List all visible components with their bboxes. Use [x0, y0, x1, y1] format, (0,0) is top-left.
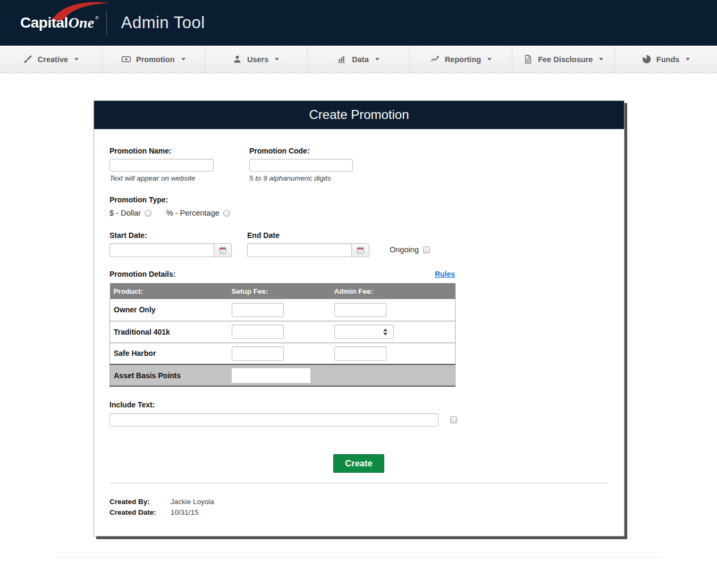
spinner-arrows-icon[interactable]	[383, 328, 387, 335]
end-date-calendar-button[interactable]	[351, 243, 369, 257]
banknote-icon	[122, 55, 131, 64]
rules-link[interactable]: Rules	[435, 270, 455, 278]
promotion-type-label: Promotion Type:	[109, 195, 608, 204]
percentage-radio[interactable]	[223, 210, 230, 217]
table-row-safe-harbor: Safe Harbor	[110, 343, 455, 364]
start-date-field-group: Start Date:	[109, 231, 232, 257]
document-icon	[524, 55, 533, 64]
promotion-code-input[interactable]	[249, 159, 353, 172]
app-title: Admin Tool	[121, 13, 205, 32]
user-icon	[233, 55, 242, 64]
spinner-down-icon[interactable]	[383, 333, 387, 335]
ongoing-checkbox[interactable]	[423, 246, 430, 253]
nav-label-data: Data	[352, 55, 368, 64]
brand-divider	[106, 10, 107, 36]
promotion-code-helper: 5 to 9 alphanumeric digits	[249, 174, 353, 182]
pie-chart-icon	[642, 55, 651, 64]
promotion-code-field-group: Promotion Code: 5 to 9 alphanumeric digi…	[249, 147, 353, 182]
spinner-up-icon[interactable]	[383, 328, 387, 331]
created-by-label: Created By:	[109, 497, 171, 507]
footer-divider	[109, 483, 608, 483]
nav-item-creative[interactable]: Creative	[0, 46, 103, 73]
include-text-label: Include Text:	[109, 400, 608, 409]
include-text-field-group: Include Text:	[109, 400, 608, 427]
promotion-details-table: Product: Setup Fee: Admin Fee: Owner Onl…	[109, 283, 455, 387]
promotion-type-option-percentage: % - Percentage	[166, 209, 230, 217]
end-date-field-group: End Date	[247, 231, 369, 257]
nav-item-reporting[interactable]: Reporting	[410, 46, 512, 73]
nav-label-fee-disclosure: Fee Disclosure	[538, 55, 593, 64]
created-date-label: Created Date:	[109, 507, 171, 518]
details-header-row: Product: Setup Fee: Admin Fee:	[110, 283, 455, 299]
nav-label-promotion: Promotion	[136, 55, 175, 64]
nav-item-fee-disclosure[interactable]: Fee Disclosure	[512, 46, 615, 73]
nav-item-promotion[interactable]: Promotion	[103, 46, 205, 73]
product-name: Asset Basis Points	[110, 364, 228, 386]
owner-only-setup-fee-input[interactable]	[232, 303, 284, 317]
include-text-input[interactable]	[109, 413, 438, 427]
owner-only-admin-fee-input[interactable]	[334, 303, 386, 317]
product-name: Traditional 401k	[110, 321, 228, 343]
chevron-down-icon	[74, 58, 79, 61]
creation-info: Created By: Jackie Loyola Created Date: …	[109, 497, 608, 518]
page-title: Create Promotion	[94, 101, 624, 129]
create-promotion-form: Promotion Name: Text will appear on webs…	[94, 129, 624, 536]
start-date-input[interactable]	[109, 243, 214, 257]
promotion-name-helper: Text will appear on website	[109, 174, 249, 182]
line-chart-icon	[431, 55, 440, 64]
product-column-header: Product:	[110, 283, 228, 299]
admin-fee-column-header: Admin Fee:	[331, 283, 455, 299]
paintbrush-icon	[23, 55, 32, 64]
include-text-checkbox[interactable]	[450, 416, 457, 423]
table-row-asset-basis-points: Asset Basis Points	[110, 364, 455, 386]
table-row-owner-only: Owner Only	[110, 299, 455, 321]
promotion-code-label: Promotion Code:	[249, 147, 353, 155]
created-by-value: Jackie Loyola	[171, 497, 214, 507]
product-name: Safe Harbor	[110, 343, 228, 364]
nav-item-funds[interactable]: Funds	[615, 46, 717, 73]
create-promotion-panel: Create Promotion Promotion Name: Text wi…	[94, 100, 625, 536]
start-date-calendar-button[interactable]	[214, 243, 232, 257]
product-name: Owner Only	[110, 299, 228, 321]
ongoing-label: Ongoing	[390, 245, 419, 254]
nav-label-creative: Creative	[38, 55, 68, 64]
chevron-down-icon	[686, 58, 690, 61]
table-row-traditional-401k: Traditional 401k	[110, 321, 455, 343]
end-date-label: End Date	[247, 231, 369, 240]
setup-fee-column-header: Setup Fee:	[228, 283, 331, 299]
ongoing-field-group: Ongoing	[390, 245, 430, 254]
calendar-icon	[357, 246, 364, 254]
chevron-down-icon	[487, 58, 492, 61]
brand-registered-mark: ®	[95, 15, 99, 21]
safe-harbor-setup-fee-input[interactable]	[232, 346, 284, 361]
promotion-type-group: Promotion Type: $ - Dollar % - Percentag…	[109, 195, 608, 217]
dollar-radio[interactable]	[145, 210, 151, 217]
promotion-details-label: Promotion Details:	[109, 270, 175, 278]
chevron-down-icon	[599, 58, 603, 61]
nav-label-funds: Funds	[656, 55, 680, 64]
main-nav: Creative Promotion Users Data	[0, 46, 717, 73]
calendar-icon	[219, 246, 226, 254]
safe-harbor-admin-fee-input[interactable]	[334, 346, 386, 361]
percentage-option-label: % - Percentage	[166, 209, 220, 217]
top-brand-bar: Capital One ® Admin Tool	[0, 0, 717, 46]
promotion-name-input[interactable]	[109, 159, 214, 172]
capital-one-logo: Capital One ®	[20, 14, 99, 31]
nav-label-users: Users	[247, 55, 268, 64]
promotion-name-field-group: Promotion Name: Text will appear on webs…	[109, 147, 249, 182]
nav-item-data[interactable]: Data	[308, 46, 410, 73]
chevron-down-icon	[375, 58, 379, 61]
end-date-input[interactable]	[247, 243, 351, 257]
chevron-down-icon	[275, 58, 279, 61]
brand-one-text: One	[69, 14, 94, 31]
created-date-value: 10/31/15	[171, 507, 199, 518]
create-button[interactable]: Create	[333, 454, 384, 473]
traditional-401k-admin-fee-spinner[interactable]	[334, 325, 394, 339]
dollar-option-label: $ - Dollar	[109, 209, 141, 217]
brand-capital-text: Capital	[20, 14, 68, 31]
chevron-down-icon	[181, 58, 185, 61]
bar-chart-icon	[338, 55, 347, 64]
nav-item-users[interactable]: Users	[205, 46, 308, 73]
asset-basis-points-input[interactable]	[232, 368, 310, 383]
traditional-401k-setup-fee-input[interactable]	[232, 325, 284, 339]
